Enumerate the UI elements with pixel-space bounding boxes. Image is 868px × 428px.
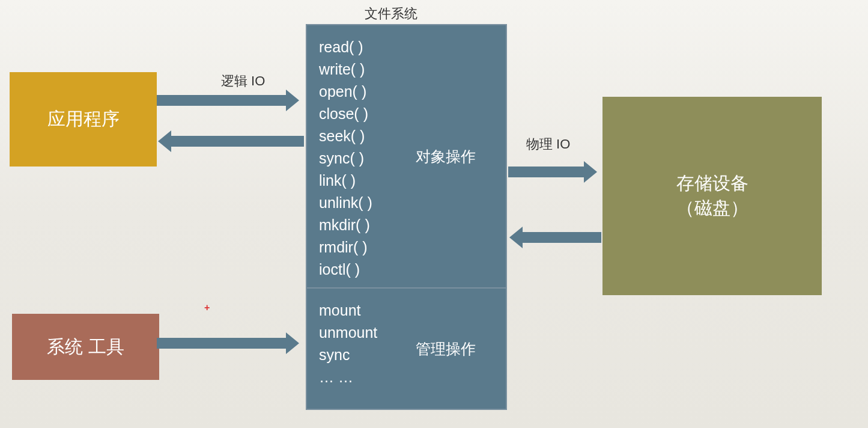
op-item: unmount: [319, 322, 397, 344]
op-item: ioctl( ): [319, 258, 397, 281]
op-item: seek( ): [319, 125, 397, 147]
op-item: … …: [319, 366, 397, 388]
op-item: sync: [319, 344, 397, 366]
arrow-tools-to-fs: [157, 338, 287, 349]
op-item: link( ): [319, 170, 397, 192]
arrow-fs-to-storage: [508, 167, 585, 177]
arrow-storage-to-fs: [521, 232, 601, 243]
filesystem-container: read( ) write( ) open( ) close( ) seek( …: [306, 24, 507, 410]
op-item: write( ): [319, 58, 397, 81]
plus-marker: +: [204, 302, 210, 313]
object-ops-list: read( ) write( ) open( ) close( ) seek( …: [319, 36, 397, 277]
object-ops-heading: 对象操作: [397, 36, 494, 277]
mgmt-ops-heading: 管理操作: [397, 299, 494, 398]
storage-label-1: 存储设备: [676, 171, 748, 196]
op-item: open( ): [319, 81, 397, 103]
logical-io-label: 逻辑 IO: [221, 72, 265, 90]
op-item: mkdir( ): [319, 214, 397, 236]
storage-box: 存储设备 （磁盘）: [602, 97, 822, 295]
system-tools-box: 系统 工具: [12, 314, 159, 380]
op-item: rmdir( ): [319, 236, 397, 258]
system-tools-label: 系统 工具: [47, 335, 124, 359]
op-item: unlink( ): [319, 192, 397, 214]
application-label: 应用程序: [47, 107, 120, 132]
physical-io-label: 物理 IO: [526, 135, 570, 153]
op-item: sync( ): [319, 147, 397, 170]
filesystem-title: 文件系统: [365, 5, 417, 23]
op-item: close( ): [319, 103, 397, 125]
arrow-fs-to-app: [170, 136, 304, 147]
application-box: 应用程序: [10, 72, 157, 167]
storage-label-2: （磁盘）: [676, 196, 748, 221]
op-item: mount: [319, 299, 397, 322]
filesystem-mgmt-ops-panel: mount unmount sync … … 管理操作: [307, 289, 506, 409]
op-item: read( ): [319, 36, 397, 58]
filesystem-object-ops-panel: read( ) write( ) open( ) close( ) seek( …: [307, 25, 506, 289]
arrow-app-to-fs: [157, 95, 287, 106]
mgmt-ops-list: mount unmount sync … …: [319, 299, 397, 398]
